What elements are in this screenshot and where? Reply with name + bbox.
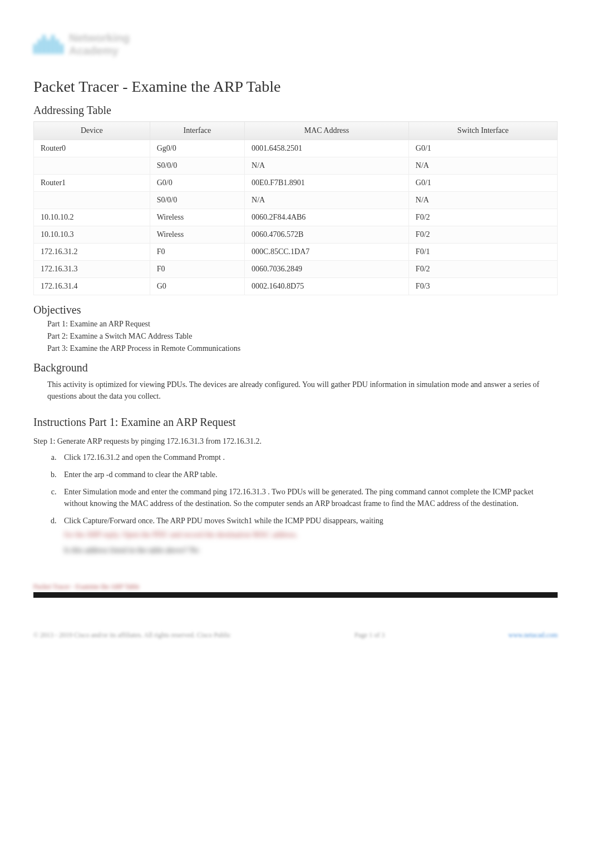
cell: 172.16.31.4: [34, 278, 150, 295]
blurred-question: Is this address listed in the table abov…: [33, 546, 558, 555]
table-row: 10.10.10.3 Wireless 0060.4706.572B F0/2: [34, 226, 558, 244]
th-interface: Interface: [150, 122, 244, 140]
list-item: Enter the arp -d command to clear the AR…: [58, 469, 558, 480]
table-header-row: Device Interface MAC Address Switch Inte…: [34, 122, 558, 140]
cell: Gg0/0: [150, 140, 244, 157]
cell: Wireless: [150, 209, 244, 226]
cell: F0: [150, 244, 244, 261]
th-device: Device: [34, 122, 150, 140]
logo-text-line2: Academy: [69, 44, 130, 57]
cell: [34, 157, 150, 175]
list-item: Click 172.16.31.2 and open the Command P…: [58, 452, 558, 463]
cell: Router1: [34, 175, 150, 192]
cell: G0/1: [408, 140, 557, 157]
step1-title: Step 1: Generate ARP requests by pinging…: [33, 437, 558, 446]
footer-left: © 2013 - 2019 Cisco and/or its affiliate…: [33, 631, 231, 639]
separator-bar: [33, 592, 558, 598]
objectives-heading: Objectives: [33, 304, 558, 316]
logo-text-line1: Networking: [69, 32, 130, 44]
cell: S0/0/0: [150, 157, 244, 175]
addressing-heading: Addressing Table: [33, 104, 558, 117]
list-item: Click Capture/Forward once. The ARP PDU …: [58, 515, 558, 540]
cell: Router0: [34, 140, 150, 157]
cell: [34, 192, 150, 209]
cell: G0: [150, 278, 244, 295]
table-row: Router1 G0/0 00E0.F7B1.8901 G0/1: [34, 175, 558, 192]
table-row: S0/0/0 N/A N/A: [34, 192, 558, 209]
cell: F0/1: [408, 244, 557, 261]
cell: N/A: [245, 192, 409, 209]
instructions-heading: Instructions Part 1: Examine an ARP Requ…: [33, 416, 558, 429]
brand-logo: Networking Academy: [33, 22, 189, 67]
cell: N/A: [408, 157, 557, 175]
objective-item: Part 2: Examine a Switch MAC Address Tab…: [47, 332, 558, 341]
page-title: Packet Tracer - Examine the ARP Table: [33, 78, 558, 96]
cell: F0/2: [408, 209, 557, 226]
footer-doc-title: Packet Tracer - Examine the ARP Table: [33, 583, 558, 591]
background-heading: Background: [33, 361, 558, 374]
objective-item: Part 1: Examine an ARP Request: [47, 320, 558, 329]
cell: S0/0/0: [150, 192, 244, 209]
background-text: This activity is optimized for viewing P…: [33, 379, 558, 402]
objective-item: Part 3: Examine the ARP Process in Remot…: [47, 344, 558, 353]
cell: 000C.85CC.1DA7: [245, 244, 409, 261]
cell: 0060.2F84.4AB6: [245, 209, 409, 226]
cell: 0060.4706.572B: [245, 226, 409, 244]
cell: 172.16.31.3: [34, 261, 150, 278]
table-row: 172.16.31.2 F0 000C.85CC.1DA7 F0/1: [34, 244, 558, 261]
addressing-table: Device Interface MAC Address Switch Inte…: [33, 121, 558, 295]
list-item-text: Click Capture/Forward once. The ARP PDU …: [64, 517, 383, 525]
cell: 0001.6458.2501: [245, 140, 409, 157]
footer-center: Page 1 of 3: [354, 631, 385, 639]
cell: N/A: [408, 192, 557, 209]
cell: 0060.7036.2849: [245, 261, 409, 278]
cell: F0/2: [408, 261, 557, 278]
cell: N/A: [245, 157, 409, 175]
objectives-list: Part 1: Examine an ARP Request Part 2: E…: [33, 320, 558, 353]
footer-right-link: www.netacad.com: [508, 631, 558, 639]
cell: F0: [150, 261, 244, 278]
page-footer: © 2013 - 2019 Cisco and/or its affiliate…: [33, 631, 558, 639]
cell: G0/0: [150, 175, 244, 192]
cell: Wireless: [150, 226, 244, 244]
table-row: S0/0/0 N/A N/A: [34, 157, 558, 175]
cell: F0/3: [408, 278, 557, 295]
th-switch-interface: Switch Interface: [408, 122, 557, 140]
th-mac: MAC Address: [245, 122, 409, 140]
cell: F0/2: [408, 226, 557, 244]
cell: G0/1: [408, 175, 557, 192]
cell: 172.16.31.2: [34, 244, 150, 261]
step1-list: Click 172.16.31.2 and open the Command P…: [33, 452, 558, 540]
cell: 10.10.10.3: [34, 226, 150, 244]
table-row: 172.16.31.4 G0 0002.1640.8D75 F0/3: [34, 278, 558, 295]
cell: 00E0.F7B1.8901: [245, 175, 409, 192]
blurred-continuation: for the ARP reply. Open the PDU and reco…: [64, 529, 558, 540]
cell: 10.10.10.2: [34, 209, 150, 226]
table-row: 172.16.31.3 F0 0060.7036.2849 F0/2: [34, 261, 558, 278]
cell: 0002.1640.8D75: [245, 278, 409, 295]
table-row: Router0 Gg0/0 0001.6458.2501 G0/1: [34, 140, 558, 157]
list-item: Enter Simulation mode and enter the comm…: [58, 486, 558, 509]
table-row: 10.10.10.2 Wireless 0060.2F84.4AB6 F0/2: [34, 209, 558, 226]
